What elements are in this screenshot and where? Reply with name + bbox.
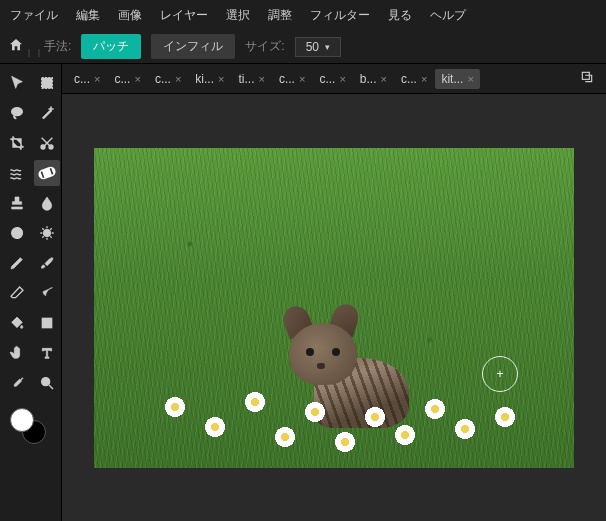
pen-tool[interactable] xyxy=(4,250,30,276)
foreground-color[interactable] xyxy=(10,408,34,432)
hand-tool[interactable] xyxy=(4,340,30,366)
wand-tool[interactable] xyxy=(34,100,60,126)
fill-tool[interactable] xyxy=(4,310,30,336)
picker-tool[interactable] xyxy=(4,370,30,396)
image-kitten xyxy=(94,148,574,468)
close-icon[interactable]: × xyxy=(467,73,473,85)
dodge-tool[interactable] xyxy=(4,220,30,246)
menu-image[interactable]: 画像 xyxy=(118,7,142,24)
menu-edit[interactable]: 編集 xyxy=(76,7,100,24)
tab-9[interactable]: kit...× xyxy=(435,69,479,89)
lasso-tool[interactable] xyxy=(4,100,30,126)
method-infill-button[interactable]: インフィル xyxy=(151,34,235,59)
method-label: 手法: xyxy=(44,38,71,55)
tab-2[interactable]: c...× xyxy=(149,69,187,89)
zoom-tool[interactable] xyxy=(34,370,60,396)
crop-tool[interactable] xyxy=(4,130,30,156)
close-icon[interactable]: × xyxy=(258,73,264,85)
size-select[interactable]: 50 xyxy=(295,37,341,57)
close-icon[interactable]: × xyxy=(94,73,100,85)
heal-tool[interactable] xyxy=(34,160,60,186)
type-tool[interactable] xyxy=(34,340,60,366)
close-icon[interactable]: × xyxy=(134,73,140,85)
close-icon[interactable]: × xyxy=(299,73,305,85)
tab-1[interactable]: c...× xyxy=(108,69,146,89)
tool-options-bar: 手法: パッチ インフィル サイズ: 50 xyxy=(0,30,606,64)
stamp-tool[interactable] xyxy=(4,190,30,216)
size-label: サイズ: xyxy=(245,38,284,55)
home-icon[interactable] xyxy=(8,37,24,56)
blur-tool[interactable] xyxy=(34,190,60,216)
close-icon[interactable]: × xyxy=(421,73,427,85)
menu-select[interactable]: 選択 xyxy=(226,7,250,24)
tool-panel xyxy=(0,64,62,521)
marquee-tool[interactable] xyxy=(34,70,60,96)
color-swatch[interactable] xyxy=(4,406,60,446)
tab-0[interactable]: c...× xyxy=(68,69,106,89)
popout-icon[interactable] xyxy=(574,70,600,87)
close-icon[interactable]: × xyxy=(218,73,224,85)
menu-view[interactable]: 見る xyxy=(388,7,412,24)
canvas-area[interactable]: + xyxy=(62,94,606,521)
tab-5[interactable]: c...× xyxy=(273,69,311,89)
menu-help[interactable]: ヘルプ xyxy=(430,7,466,24)
menu-filter[interactable]: フィルター xyxy=(310,7,370,24)
tab-6[interactable]: c...× xyxy=(313,69,351,89)
brush-tool[interactable] xyxy=(34,250,60,276)
menu-file[interactable]: ファイル xyxy=(10,7,58,24)
close-icon[interactable]: × xyxy=(175,73,181,85)
svg-point-5 xyxy=(44,230,51,237)
close-icon[interactable]: × xyxy=(339,73,345,85)
eraser-tool[interactable] xyxy=(4,280,30,306)
cut-tool[interactable] xyxy=(34,130,60,156)
document-tabs: c...× c...× c...× ki...× ti...× c...× c.… xyxy=(62,64,606,94)
tab-4[interactable]: ti...× xyxy=(232,69,270,89)
svg-point-1 xyxy=(12,108,23,116)
method-patch-button[interactable]: パッチ xyxy=(81,34,141,59)
menu-layer[interactable]: レイヤー xyxy=(160,7,208,24)
menu-bar: ファイル 編集 画像 レイヤー 選択 調整 フィルター 見る ヘルプ xyxy=(0,0,606,30)
close-icon[interactable]: × xyxy=(381,73,387,85)
svg-rect-0 xyxy=(42,78,53,89)
tab-8[interactable]: c...× xyxy=(395,69,433,89)
shape-tool[interactable] xyxy=(34,310,60,336)
sponge-tool[interactable] xyxy=(34,220,60,246)
liquify-tool[interactable] xyxy=(4,160,30,186)
arrow-tool[interactable] xyxy=(4,70,30,96)
svg-rect-6 xyxy=(42,318,51,327)
svg-point-7 xyxy=(42,378,50,386)
svg-rect-8 xyxy=(582,72,589,79)
menu-adjust[interactable]: 調整 xyxy=(268,7,292,24)
gradient-tool[interactable] xyxy=(34,280,60,306)
tab-7[interactable]: b...× xyxy=(354,69,393,89)
tab-3[interactable]: ki...× xyxy=(189,69,230,89)
